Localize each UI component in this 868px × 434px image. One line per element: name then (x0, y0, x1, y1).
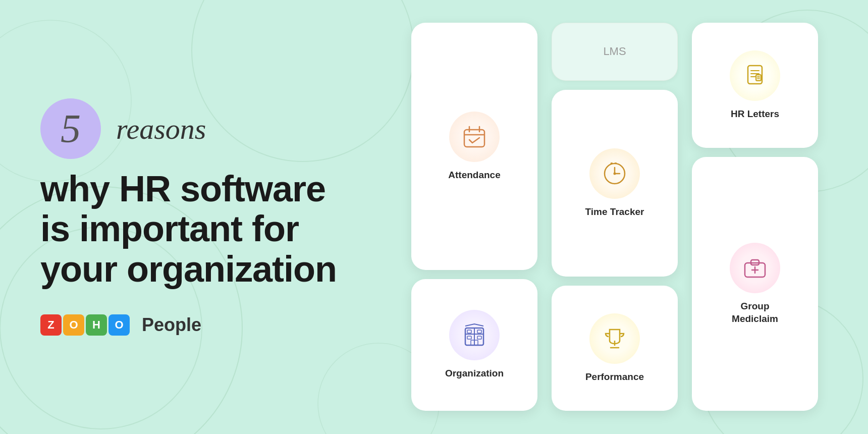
right-section: Attendance LMS Time Tr (384, 0, 868, 434)
attendance-icon-wrap (449, 112, 500, 162)
medical-kit-icon (742, 255, 768, 281)
svg-rect-7 (464, 130, 484, 147)
svg-rect-33 (477, 330, 481, 333)
svg-rect-35 (477, 336, 481, 339)
zoho-letter-o2: O (108, 314, 130, 336)
number-circle: 5 (40, 98, 101, 159)
group-mediclaim-label: Group Mediclaim (732, 300, 778, 325)
lms-card: LMS (552, 23, 678, 81)
people-label: People (142, 314, 201, 336)
group-mediclaim-card: Group Mediclaim (692, 157, 818, 411)
number-five: 5 (61, 106, 81, 152)
zoho-letter-o1: O (63, 314, 84, 336)
main-title-line1: why HR software (40, 169, 343, 209)
clock-icon (602, 160, 628, 187)
hr-letters-label: HR Letters (731, 108, 779, 121)
hr-letters-card: HR Letters (692, 23, 818, 148)
main-title-line3: your organization (40, 249, 343, 289)
calendar-check-icon (461, 124, 487, 150)
left-section: 5 reasons why HR software is important f… (0, 68, 384, 366)
organization-card: Organization (411, 279, 537, 411)
main-title-line2: is important for (40, 209, 343, 249)
time-tracker-label: Time Tracker (585, 206, 644, 219)
zoho-logo: Z O H O (40, 314, 130, 336)
svg-rect-21 (756, 75, 761, 81)
performance-icon-wrap (589, 313, 640, 364)
attendance-card: Attendance (411, 23, 537, 270)
svg-rect-34 (467, 336, 471, 339)
modules-grid: Attendance LMS Time Tr (411, 23, 820, 411)
main-title: why HR software is important for your or… (40, 169, 343, 289)
performance-label: Performance (585, 371, 644, 384)
organization-icon-wrap (449, 310, 500, 360)
time-tracker-icon-wrap (589, 148, 640, 199)
time-tracker-card: Time Tracker (552, 90, 678, 277)
reasons-text: reasons (116, 112, 206, 146)
document-icon (742, 63, 768, 89)
svg-point-14 (614, 172, 616, 175)
svg-rect-32 (467, 330, 471, 333)
performance-card: Performance (552, 286, 678, 411)
title-row: 5 reasons (40, 98, 343, 159)
trophy-icon (602, 326, 628, 352)
attendance-label: Attendance (448, 169, 500, 182)
zoho-letter-h: H (86, 314, 107, 336)
main-background: 5 reasons why HR software is important f… (0, 0, 868, 434)
zoho-people-logo: Z O H O People (40, 314, 343, 336)
organization-label: Organization (445, 367, 504, 380)
zoho-letter-z: Z (40, 314, 62, 336)
lms-label: LMS (603, 44, 626, 59)
building-icon (461, 322, 487, 348)
hr-letters-icon-wrap (730, 50, 780, 101)
group-mediclaim-icon-wrap (730, 243, 780, 293)
